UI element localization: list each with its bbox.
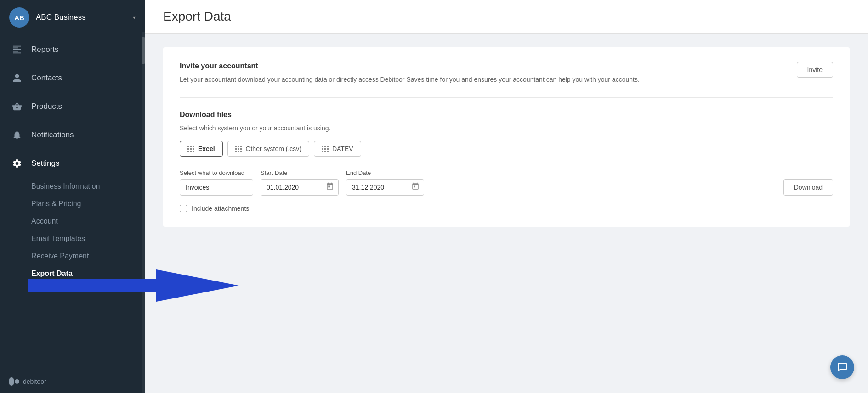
- settings-submenu: Business Information Plans & Pricing Acc…: [0, 178, 145, 282]
- select-download-group: Select what to download Invoices Expense…: [180, 169, 253, 196]
- sidebar-footer: debitoor: [0, 370, 145, 393]
- debitoor-logo: debitoor: [9, 377, 46, 386]
- sidebar-subitem-plans-pricing[interactable]: Plans & Pricing: [31, 195, 145, 213]
- business-name: ABC Business: [36, 13, 133, 22]
- sidebar: AB ABC Business ▾ Reports Contacts Prod: [0, 0, 145, 393]
- content-area: Invite your accountant Let your accounta…: [145, 34, 868, 250]
- business-header[interactable]: AB ABC Business ▾: [0, 0, 145, 35]
- sidebar-item-contacts-label: Contacts: [31, 73, 62, 83]
- datev-grid-icon: [322, 146, 329, 152]
- sidebar-item-notifications-label: Notifications: [31, 130, 74, 140]
- debitoor-logo-icon: [9, 377, 19, 386]
- start-date-label: Start Date: [261, 169, 339, 176]
- reports-icon: [11, 44, 23, 56]
- start-date-calendar-icon[interactable]: [326, 182, 334, 192]
- sidebar-item-settings-label: Settings: [31, 159, 59, 168]
- settings-icon: [11, 157, 23, 169]
- end-date-calendar-icon[interactable]: [411, 182, 420, 192]
- excel-button-label: Excel: [198, 145, 215, 152]
- download-section-desc: Select which system you or your accounta…: [180, 124, 833, 132]
- sidebar-subitem-email-templates[interactable]: Email Templates: [31, 230, 145, 247]
- download-section-title: Download files: [180, 111, 833, 119]
- start-date-wrapper: [261, 179, 339, 196]
- include-attachments-checkbox[interactable]: [180, 205, 187, 212]
- end-date-wrapper: [346, 179, 424, 196]
- products-icon: [11, 101, 23, 112]
- sidebar-item-products-label: Products: [31, 102, 62, 111]
- sidebar-item-notifications[interactable]: Notifications: [0, 121, 145, 149]
- sidebar-item-products[interactable]: Products: [0, 92, 145, 121]
- sidebar-subitem-export-data[interactable]: Export Data: [31, 265, 145, 282]
- invite-section-header: Invite your accountant Let your accounta…: [180, 62, 833, 84]
- chat-button[interactable]: [830, 355, 854, 379]
- select-download-input[interactable]: Invoices Expenses Contacts Products: [180, 179, 253, 196]
- contacts-icon: [11, 72, 23, 84]
- avatar: AB: [9, 7, 29, 28]
- download-button[interactable]: Download: [783, 179, 833, 196]
- page-header: Export Data: [145, 0, 868, 34]
- invite-button[interactable]: Invite: [797, 62, 833, 78]
- select-download-label: Select what to download: [180, 169, 253, 176]
- sidebar-subitem-business-information[interactable]: Business Information: [31, 178, 145, 195]
- excel-grid-icon: [187, 146, 194, 152]
- format-datev-button[interactable]: DATEV: [314, 141, 361, 157]
- debitoor-brand-label: debitoor: [23, 378, 46, 385]
- svg-rect-3: [15, 379, 19, 384]
- svg-rect-2: [9, 377, 14, 386]
- start-date-group: Start Date: [261, 169, 339, 196]
- notifications-icon: [11, 129, 23, 141]
- download-files-section: Download files Select which system you o…: [180, 111, 833, 212]
- sidebar-item-reports[interactable]: Reports: [0, 35, 145, 64]
- select-download-wrapper: Invoices Expenses Contacts Products: [180, 179, 253, 196]
- invite-section-description: Let your accountant download your accoun…: [180, 75, 640, 84]
- chat-icon: [837, 362, 848, 373]
- chevron-down-icon: ▾: [133, 14, 136, 21]
- csv-button-label: Other system (.csv): [246, 145, 301, 152]
- page-title: Export Data: [163, 9, 850, 24]
- export-data-card: Invite your accountant Let your accounta…: [163, 47, 850, 227]
- end-date-group: End Date: [346, 169, 424, 196]
- datev-button-label: DATEV: [332, 145, 353, 152]
- format-excel-button[interactable]: Excel: [180, 141, 223, 157]
- sidebar-item-settings[interactable]: Settings: [0, 149, 145, 178]
- sidebar-subitem-receive-payment[interactable]: Receive Payment: [31, 247, 145, 265]
- sidebar-item-contacts[interactable]: Contacts: [0, 64, 145, 92]
- format-csv-button[interactable]: Other system (.csv): [227, 141, 309, 157]
- main-content: Export Data Invite your accountant Let y…: [145, 0, 868, 393]
- sidebar-subitem-account[interactable]: Account: [31, 213, 145, 230]
- sidebar-item-reports-label: Reports: [31, 45, 59, 54]
- csv-grid-icon: [235, 146, 242, 152]
- invite-text-block: Invite your accountant Let your accounta…: [180, 62, 640, 84]
- end-date-label: End Date: [346, 169, 424, 176]
- include-attachments-label: Include attachments: [192, 205, 249, 212]
- include-attachments-row: Include attachments: [180, 205, 833, 212]
- invite-section-title: Invite your accountant: [180, 62, 640, 70]
- format-buttons-group: Excel Other system (.csv): [180, 141, 833, 157]
- divider: [180, 97, 833, 98]
